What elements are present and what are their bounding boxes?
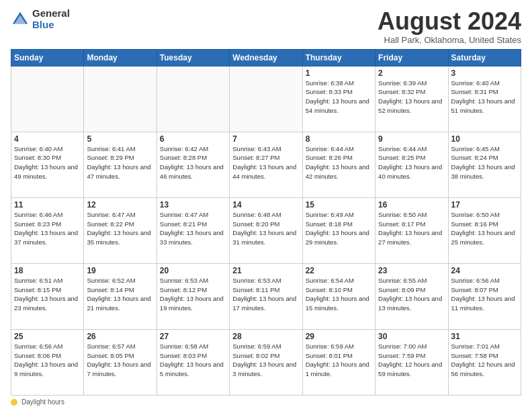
calendar-cell: 8Sunrise: 6:44 AM Sunset: 8:26 PM Daylig… xyxy=(302,132,375,197)
day-header-tuesday: Tuesday xyxy=(157,49,229,66)
day-info: Sunrise: 6:53 AM Sunset: 8:12 PM Dayligh… xyxy=(160,276,226,313)
day-info: Sunrise: 6:56 AM Sunset: 8:07 PM Dayligh… xyxy=(451,276,518,313)
day-header-thursday: Thursday xyxy=(302,49,375,66)
week-row-3: 18Sunrise: 6:51 AM Sunset: 8:15 PM Dayli… xyxy=(11,263,521,329)
day-number: 27 xyxy=(160,332,226,341)
day-number: 29 xyxy=(306,332,372,341)
calendar-cell: 3Sunrise: 6:40 AM Sunset: 8:31 PM Daylig… xyxy=(448,66,521,132)
day-header-monday: Monday xyxy=(84,49,157,66)
week-row-1: 4Sunrise: 6:40 AM Sunset: 8:30 PM Daylig… xyxy=(11,132,521,197)
calendar-cell: 10Sunrise: 6:45 AM Sunset: 8:24 PM Dayli… xyxy=(448,132,521,197)
day-number: 16 xyxy=(378,200,445,210)
calendar-cell: 9Sunrise: 6:44 AM Sunset: 8:25 PM Daylig… xyxy=(375,132,448,197)
day-info: Sunrise: 6:59 AM Sunset: 8:02 PM Dayligh… xyxy=(232,342,299,379)
day-info: Sunrise: 6:48 AM Sunset: 8:20 PM Dayligh… xyxy=(232,210,299,247)
daylight-dot xyxy=(11,399,17,406)
week-row-0: 1Sunrise: 6:38 AM Sunset: 8:33 PM Daylig… xyxy=(11,66,521,132)
day-number: 15 xyxy=(306,200,372,210)
day-number: 12 xyxy=(87,200,153,210)
day-info: Sunrise: 6:59 AM Sunset: 8:01 PM Dayligh… xyxy=(306,342,372,379)
day-info: Sunrise: 6:50 AM Sunset: 8:17 PM Dayligh… xyxy=(378,210,445,247)
day-info: Sunrise: 6:57 AM Sunset: 8:05 PM Dayligh… xyxy=(87,342,153,379)
day-info: Sunrise: 6:49 AM Sunset: 8:18 PM Dayligh… xyxy=(306,210,372,247)
day-number: 26 xyxy=(87,332,153,341)
calendar-cell xyxy=(230,66,302,132)
calendar-cell: 19Sunrise: 6:52 AM Sunset: 8:14 PM Dayli… xyxy=(84,263,157,329)
calendar-cell: 27Sunrise: 6:58 AM Sunset: 8:03 PM Dayli… xyxy=(157,329,229,395)
footer-label: Daylight hours xyxy=(21,398,64,406)
day-header-friday: Friday xyxy=(375,49,448,66)
day-info: Sunrise: 6:50 AM Sunset: 8:16 PM Dayligh… xyxy=(451,210,518,247)
day-number: 9 xyxy=(378,134,445,144)
days-header-row: SundayMondayTuesdayWednesdayThursdayFrid… xyxy=(11,49,521,66)
day-info: Sunrise: 6:38 AM Sunset: 8:33 PM Dayligh… xyxy=(306,79,372,116)
day-number: 21 xyxy=(232,266,299,275)
day-info: Sunrise: 7:00 AM Sunset: 7:59 PM Dayligh… xyxy=(378,342,445,379)
day-number: 23 xyxy=(378,266,445,275)
day-info: Sunrise: 7:01 AM Sunset: 7:58 PM Dayligh… xyxy=(451,342,518,379)
day-number: 31 xyxy=(451,332,518,341)
day-header-wednesday: Wednesday xyxy=(230,49,302,66)
calendar-cell: 30Sunrise: 7:00 AM Sunset: 7:59 PM Dayli… xyxy=(375,329,448,395)
week-row-2: 11Sunrise: 6:46 AM Sunset: 8:23 PM Dayli… xyxy=(11,197,521,263)
day-info: Sunrise: 6:41 AM Sunset: 8:29 PM Dayligh… xyxy=(87,144,153,181)
day-info: Sunrise: 6:40 AM Sunset: 8:30 PM Dayligh… xyxy=(14,144,81,181)
day-info: Sunrise: 6:43 AM Sunset: 8:27 PM Dayligh… xyxy=(232,144,299,181)
day-number: 8 xyxy=(306,134,372,144)
calendar-cell: 15Sunrise: 6:49 AM Sunset: 8:18 PM Dayli… xyxy=(302,197,375,263)
day-header-saturday: Saturday xyxy=(448,49,521,66)
calendar-cell: 14Sunrise: 6:48 AM Sunset: 8:20 PM Dayli… xyxy=(230,197,302,263)
day-info: Sunrise: 6:42 AM Sunset: 8:28 PM Dayligh… xyxy=(160,144,226,181)
logo-blue: Blue xyxy=(32,19,70,31)
footer: Daylight hours xyxy=(11,398,521,406)
day-number: 7 xyxy=(232,134,299,144)
calendar-cell: 25Sunrise: 6:56 AM Sunset: 8:06 PM Dayli… xyxy=(11,329,84,395)
day-info: Sunrise: 6:56 AM Sunset: 8:06 PM Dayligh… xyxy=(14,342,81,379)
calendar-cell xyxy=(84,66,157,132)
logo-icon xyxy=(11,10,30,29)
day-info: Sunrise: 6:58 AM Sunset: 8:03 PM Dayligh… xyxy=(160,342,226,379)
calendar-cell: 26Sunrise: 6:57 AM Sunset: 8:05 PM Dayli… xyxy=(84,329,157,395)
calendar-cell: 1Sunrise: 6:38 AM Sunset: 8:33 PM Daylig… xyxy=(302,66,375,132)
calendar-cell: 16Sunrise: 6:50 AM Sunset: 8:17 PM Dayli… xyxy=(375,197,448,263)
calendar-cell: 24Sunrise: 6:56 AM Sunset: 8:07 PM Dayli… xyxy=(448,263,521,329)
day-number: 11 xyxy=(14,200,81,210)
logo-text: General Blue xyxy=(32,8,70,30)
day-info: Sunrise: 6:47 AM Sunset: 8:22 PM Dayligh… xyxy=(87,210,153,247)
month-title: August 2024 xyxy=(378,8,521,35)
calendar-page: General Blue August 2024 Hall Park, Okla… xyxy=(0,0,532,411)
day-info: Sunrise: 6:46 AM Sunset: 8:23 PM Dayligh… xyxy=(14,210,81,247)
day-number: 2 xyxy=(378,68,445,78)
calendar-cell: 6Sunrise: 6:42 AM Sunset: 8:28 PM Daylig… xyxy=(157,132,229,197)
calendar-cell: 18Sunrise: 6:51 AM Sunset: 8:15 PM Dayli… xyxy=(11,263,84,329)
day-number: 18 xyxy=(14,266,81,275)
title-block: August 2024 Hall Park, Oklahoma, United … xyxy=(378,8,521,45)
day-number: 5 xyxy=(87,134,153,144)
day-number: 20 xyxy=(160,266,226,275)
calendar-cell: 17Sunrise: 6:50 AM Sunset: 8:16 PM Dayli… xyxy=(448,197,521,263)
calendar-cell: 13Sunrise: 6:47 AM Sunset: 8:21 PM Dayli… xyxy=(157,197,229,263)
calendar-cell: 2Sunrise: 6:39 AM Sunset: 8:32 PM Daylig… xyxy=(375,66,448,132)
day-header-sunday: Sunday xyxy=(11,49,84,66)
day-number: 22 xyxy=(306,266,372,275)
calendar-cell: 7Sunrise: 6:43 AM Sunset: 8:27 PM Daylig… xyxy=(230,132,302,197)
calendar-cell: 31Sunrise: 7:01 AM Sunset: 7:58 PM Dayli… xyxy=(448,329,521,395)
day-info: Sunrise: 6:53 AM Sunset: 8:11 PM Dayligh… xyxy=(232,276,299,313)
calendar-cell: 5Sunrise: 6:41 AM Sunset: 8:29 PM Daylig… xyxy=(84,132,157,197)
calendar-cell: 22Sunrise: 6:54 AM Sunset: 8:10 PM Dayli… xyxy=(302,263,375,329)
day-number: 1 xyxy=(306,68,372,78)
day-number: 4 xyxy=(14,134,81,144)
day-number: 24 xyxy=(451,266,518,275)
location: Hall Park, Oklahoma, United States xyxy=(378,35,521,45)
calendar-cell xyxy=(157,66,229,132)
calendar-cell xyxy=(11,66,84,132)
day-info: Sunrise: 6:54 AM Sunset: 8:10 PM Dayligh… xyxy=(306,276,372,313)
header: General Blue August 2024 Hall Park, Okla… xyxy=(11,8,521,45)
day-info: Sunrise: 6:45 AM Sunset: 8:24 PM Dayligh… xyxy=(451,144,518,181)
calendar-cell: 12Sunrise: 6:47 AM Sunset: 8:22 PM Dayli… xyxy=(84,197,157,263)
day-number: 19 xyxy=(87,266,153,275)
calendar-cell: 29Sunrise: 6:59 AM Sunset: 8:01 PM Dayli… xyxy=(302,329,375,395)
day-info: Sunrise: 6:52 AM Sunset: 8:14 PM Dayligh… xyxy=(87,276,153,313)
calendar-cell: 4Sunrise: 6:40 AM Sunset: 8:30 PM Daylig… xyxy=(11,132,84,197)
day-info: Sunrise: 6:55 AM Sunset: 8:09 PM Dayligh… xyxy=(378,276,445,313)
